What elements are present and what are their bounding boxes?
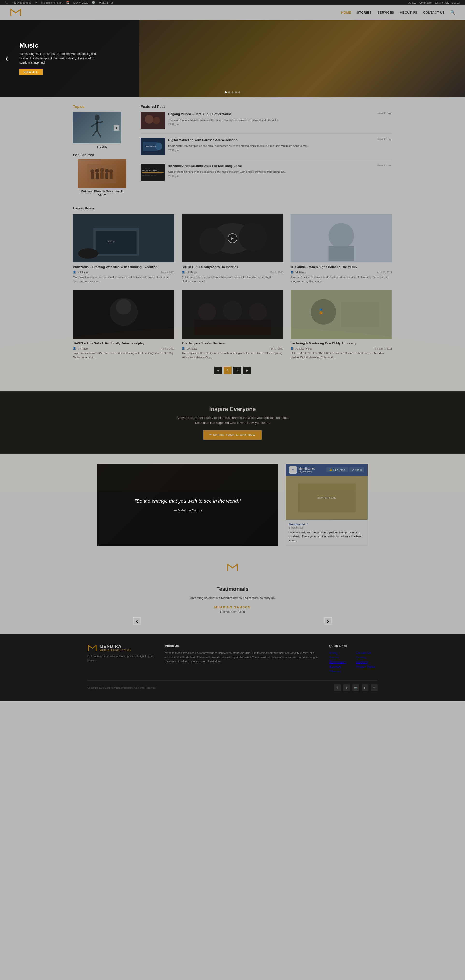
hero-dot-3[interactable] xyxy=(232,91,233,93)
hero-dot-1[interactable] xyxy=(225,91,227,93)
quote-text: "Be the change that you wish to see in t… xyxy=(135,497,241,504)
hero-dot-5[interactable] xyxy=(238,91,240,93)
testimonial-navigation: ❮ ❯ xyxy=(133,617,332,625)
hero-prev-button[interactable]: ❮ xyxy=(5,56,9,62)
hero-description: Bands, singers, indie artists, performer… xyxy=(19,52,102,65)
quote-box: "Be the change that you wish to see in t… xyxy=(97,464,278,546)
hero-dot-2[interactable] xyxy=(228,91,230,93)
testimonial-prev-button[interactable]: ❮ xyxy=(133,617,141,625)
hero-dot-4[interactable] xyxy=(235,91,237,93)
quote-author: — Mahatma Gandhi xyxy=(174,509,202,512)
hero-view-all-button[interactable]: VIEW ALL xyxy=(19,69,43,75)
quote-background-img xyxy=(0,0,465,701)
testimonial-next-button[interactable]: ❯ xyxy=(324,617,332,625)
svg-rect-54 xyxy=(0,490,465,701)
hero-title: Music xyxy=(19,41,102,49)
hero-content: Music Bands, singers, indie artists, per… xyxy=(0,41,121,75)
hero-dots xyxy=(225,91,240,93)
quote-social-section: "Be the change that you wish to see in t… xyxy=(87,464,378,546)
